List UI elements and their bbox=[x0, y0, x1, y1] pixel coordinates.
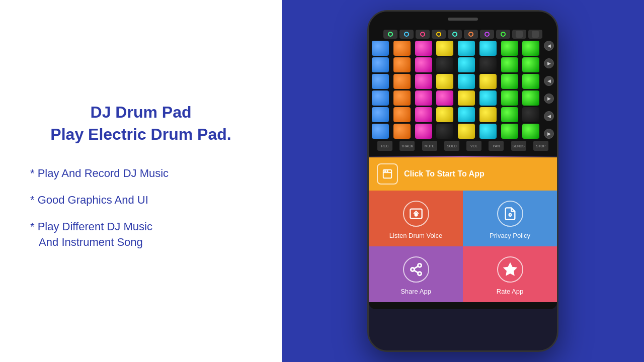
pad-4-3[interactable] bbox=[415, 90, 432, 106]
svg-point-9 bbox=[418, 272, 421, 276]
svg-point-2 bbox=[387, 171, 388, 172]
pad-6-8[interactable] bbox=[522, 124, 539, 139]
pad-3-8[interactable] bbox=[522, 74, 539, 89]
pad-4-8[interactable] bbox=[522, 90, 539, 106]
pad-1-1[interactable] bbox=[372, 41, 389, 56]
bottom-btn-5[interactable]: VOL bbox=[466, 141, 481, 151]
privacy-label: Privacy Policy bbox=[490, 232, 530, 239]
pad-1-2[interactable] bbox=[393, 41, 411, 56]
svg-point-8 bbox=[411, 268, 414, 272]
start-icon bbox=[377, 163, 398, 185]
pad-5-7[interactable] bbox=[501, 107, 518, 122]
pad-5-1[interactable] bbox=[372, 107, 389, 122]
start-btn-text: Click To Start To App bbox=[404, 169, 485, 178]
pad-3-6[interactable] bbox=[479, 74, 497, 89]
pad-6-2[interactable] bbox=[393, 124, 411, 139]
feature-list: * Play And Record DJ Music * Good Graphi… bbox=[30, 166, 252, 261]
pad-1-5[interactable] bbox=[458, 41, 475, 56]
pad-6-6[interactable] bbox=[479, 124, 497, 139]
pad-2-2[interactable] bbox=[393, 57, 411, 72]
listen-drum-icon bbox=[403, 201, 429, 227]
pad-3-7[interactable] bbox=[501, 74, 518, 89]
menu-grid: Listen Drum Voice Privacy Policy bbox=[369, 191, 557, 302]
share-label: Share App bbox=[400, 288, 431, 295]
pad-5-5[interactable] bbox=[458, 107, 475, 122]
drum-grid-wrapper: ◀ ▶ ◀ ▶ ◀ ▶ bbox=[372, 41, 554, 139]
pad-3-1[interactable] bbox=[372, 74, 389, 89]
svg-marker-12 bbox=[504, 263, 516, 275]
pad-2-3[interactable] bbox=[415, 57, 432, 72]
side-controls: ◀ ▶ ◀ ▶ ◀ ▶ bbox=[544, 41, 554, 139]
feature-item-3: * Play Different DJ Music And Instrument… bbox=[30, 219, 252, 250]
side-btn-4[interactable]: ▶ bbox=[544, 94, 554, 104]
pad-3-4[interactable] bbox=[436, 74, 453, 89]
bottom-btn-8[interactable]: STOP bbox=[533, 141, 548, 151]
pad-1-6[interactable] bbox=[479, 41, 497, 56]
bottom-btn-4[interactable]: SOLO bbox=[444, 141, 459, 151]
pad-4-1[interactable] bbox=[372, 90, 389, 106]
pad-6-1[interactable] bbox=[372, 124, 389, 139]
side-btn-2[interactable]: ▶ bbox=[544, 58, 554, 68]
pad-6-3[interactable] bbox=[415, 124, 432, 139]
pad-3-5[interactable] bbox=[458, 74, 475, 89]
svg-line-10 bbox=[414, 270, 418, 273]
pad-3-2[interactable] bbox=[393, 74, 411, 89]
ctrl-btn-5 bbox=[448, 30, 462, 39]
pad-5-6[interactable] bbox=[479, 107, 497, 122]
pad-5-4[interactable] bbox=[436, 107, 453, 122]
menu-privacy-policy[interactable]: Privacy Policy bbox=[463, 191, 557, 246]
pad-2-1[interactable] bbox=[372, 57, 389, 72]
pad-6-4[interactable] bbox=[436, 124, 453, 139]
pad-4-7[interactable] bbox=[501, 90, 518, 106]
pad-2-7[interactable] bbox=[501, 57, 518, 72]
svg-point-4 bbox=[415, 214, 417, 216]
bottom-btn-7[interactable]: SENDS bbox=[511, 141, 526, 151]
side-btn-5[interactable]: ◀ bbox=[544, 111, 554, 121]
side-btn-1[interactable]: ◀ bbox=[544, 41, 554, 51]
ctrl-btn-2 bbox=[399, 30, 414, 39]
bottom-controls: REC TRACK MUTE SOLO VOL PAN SENDS STOP bbox=[372, 139, 554, 153]
ctrl-btn-4 bbox=[432, 30, 446, 39]
side-btn-3[interactable]: ◀ bbox=[544, 76, 554, 86]
bottom-btn-1[interactable]: REC bbox=[377, 141, 392, 151]
top-controls bbox=[372, 30, 554, 39]
pad-1-4[interactable] bbox=[436, 41, 453, 56]
menu-share-app[interactable]: Share App bbox=[369, 246, 463, 302]
ctrl-btn-6 bbox=[464, 30, 478, 39]
app-title-line2: Play Electric Drum Pad. bbox=[50, 125, 231, 143]
svg-point-1 bbox=[385, 171, 386, 172]
pad-2-4[interactable] bbox=[436, 57, 453, 72]
pad-1-3[interactable] bbox=[415, 41, 432, 56]
feature-item-2: * Good Graphics And UI bbox=[30, 193, 252, 208]
menu-listen-drum[interactable]: Listen Drum Voice bbox=[369, 191, 463, 246]
pad-6-7[interactable] bbox=[501, 124, 518, 139]
feature-item-1: * Play And Record DJ Music bbox=[30, 166, 252, 182]
svg-point-5 bbox=[509, 214, 511, 216]
app-menu: Click To Start To App Listen Drum Voice bbox=[369, 157, 557, 302]
pad-5-3[interactable] bbox=[415, 107, 432, 122]
pad-2-6[interactable] bbox=[479, 57, 497, 72]
menu-rate-app[interactable]: Rate App bbox=[463, 246, 557, 302]
pad-4-2[interactable] bbox=[393, 90, 411, 106]
pad-6-5[interactable] bbox=[458, 124, 475, 139]
drum-grid bbox=[372, 41, 542, 139]
drum-pad-area: ◀ ▶ ◀ ▶ ◀ ▶ REC TRACK MUTE SOLO VOL PAN … bbox=[369, 27, 557, 156]
svg-point-7 bbox=[418, 263, 421, 267]
pad-5-8[interactable] bbox=[522, 107, 539, 122]
start-button[interactable]: Click To Start To App bbox=[369, 157, 557, 191]
bottom-btn-3[interactable]: MUTE bbox=[422, 141, 437, 151]
pad-2-5[interactable] bbox=[458, 57, 475, 72]
phone-bottom bbox=[369, 302, 557, 309]
pad-1-8[interactable] bbox=[522, 41, 539, 56]
bottom-btn-6[interactable]: PAN bbox=[489, 141, 504, 151]
pad-4-4[interactable] bbox=[436, 90, 453, 106]
listen-drum-label: Listen Drum Voice bbox=[389, 232, 443, 239]
pad-4-6[interactable] bbox=[479, 90, 497, 106]
pad-4-5[interactable] bbox=[458, 90, 475, 106]
pad-1-7[interactable] bbox=[501, 41, 518, 56]
pad-2-8[interactable] bbox=[522, 57, 539, 72]
bottom-btn-2[interactable]: TRACK bbox=[399, 141, 415, 151]
pad-5-2[interactable] bbox=[393, 107, 411, 122]
pad-3-3[interactable] bbox=[415, 74, 432, 89]
side-btn-6[interactable]: ▶ bbox=[544, 129, 554, 139]
